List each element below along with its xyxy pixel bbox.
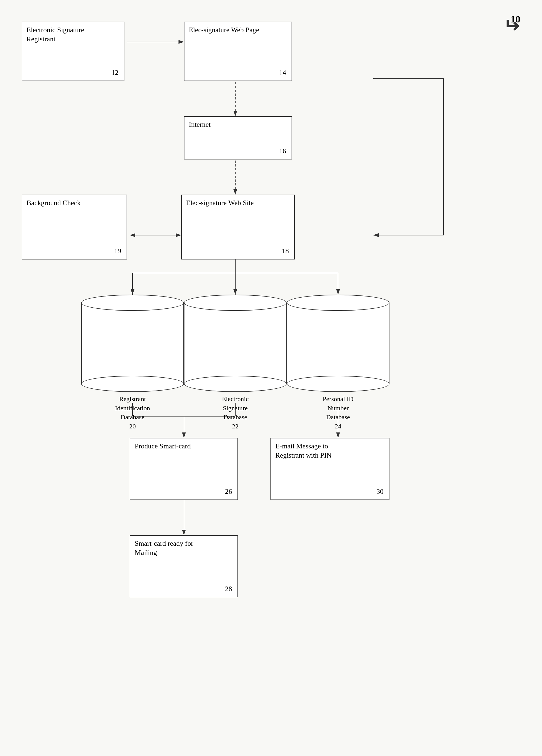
box-label: Produce Smart-card xyxy=(135,442,191,450)
box-email-message: E-mail Message to Registrant with PIN 30 xyxy=(270,438,390,500)
cylinder-label: Registrant Identification Database 20 xyxy=(81,395,184,431)
box-number: 14 xyxy=(279,68,286,77)
diagram-container: 10 ↵ Electronic Signature Registrant 12 … xyxy=(0,0,542,756)
box-label: Elec-signature Web Site xyxy=(186,199,254,207)
box-electronic-signature-registrant: Electronic Signature Registrant 12 xyxy=(22,22,124,81)
box-number: 18 xyxy=(282,247,289,256)
box-elec-signature-web-page: Elec-signature Web Page 14 xyxy=(184,22,292,81)
cylinder-electronic-signature-db: Electronic Signature Database 22 xyxy=(184,295,287,431)
box-internet: Internet 16 xyxy=(184,116,292,159)
cylinder-registrant-id-db: Registrant Identification Database 20 xyxy=(81,295,184,431)
box-number: 16 xyxy=(279,146,286,156)
box-smart-card-ready: Smart-card ready for Mailing 28 xyxy=(130,535,238,597)
box-background-check: Background Check 19 xyxy=(22,195,127,259)
box-label: E-mail Message to Registrant with PIN xyxy=(275,442,332,459)
box-label: Background Check xyxy=(26,199,81,207)
box-label: Smart-card ready for Mailing xyxy=(135,539,193,557)
cylinder-personal-id-db: Personal ID Number Database 24 xyxy=(287,295,390,431)
cylinder-label: Electronic Signature Database 22 xyxy=(184,395,287,431)
box-number: 26 xyxy=(225,487,232,496)
box-number: 30 xyxy=(377,487,384,496)
box-label: Electronic Signature Registrant xyxy=(26,26,84,43)
box-elec-signature-web-site: Elec-signature Web Site 18 xyxy=(181,195,295,259)
cylinder-label: Personal ID Number Database 24 xyxy=(287,395,390,431)
box-number: 12 xyxy=(111,68,118,77)
box-label: Elec-signature Web Page xyxy=(189,26,259,34)
corner-arrow-icon: ↵ xyxy=(503,15,519,37)
box-label: Internet xyxy=(189,121,211,128)
box-number: 19 xyxy=(114,247,121,256)
box-produce-smart-card: Produce Smart-card 26 xyxy=(130,438,238,500)
box-number: 28 xyxy=(225,584,232,594)
